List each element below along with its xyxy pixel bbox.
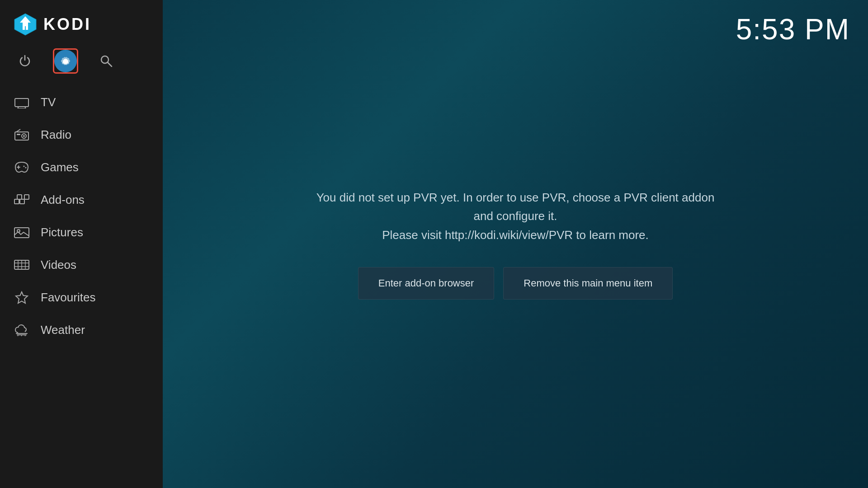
- svg-line-33: [18, 335, 18, 336]
- favourites-icon: [14, 289, 30, 305]
- search-icon: [99, 54, 113, 68]
- app-title: KODI: [43, 15, 91, 34]
- svg-point-14: [23, 135, 25, 137]
- content-area: You did not set up PVR yet. In order to …: [163, 0, 868, 488]
- svg-point-19: [24, 166, 25, 167]
- top-icons: [0, 45, 163, 81]
- tv-icon: [14, 94, 30, 110]
- nav-item-games[interactable]: Games: [0, 151, 163, 183]
- nav-label-favourites: Favourites: [41, 291, 95, 305]
- action-buttons: Enter add-on browser Remove this main me…: [358, 267, 673, 300]
- pictures-icon: [14, 224, 30, 240]
- nav-label-radio: Radio: [41, 128, 71, 142]
- weather-icon: [14, 322, 30, 338]
- nav-label-videos: Videos: [41, 258, 76, 272]
- nav-item-videos[interactable]: Videos: [0, 249, 163, 281]
- svg-rect-3: [26, 26, 28, 30]
- svg-rect-24: [24, 195, 29, 199]
- radio-icon: [14, 127, 30, 143]
- svg-rect-2: [23, 26, 25, 30]
- nav-label-addons: Add-ons: [41, 193, 85, 207]
- clock: 5:53 PM: [736, 13, 850, 46]
- settings-button[interactable]: [54, 50, 77, 72]
- remove-menu-item-button[interactable]: Remove this main menu item: [503, 267, 673, 300]
- pvr-message: You did not set up PVR yet. In order to …: [312, 188, 719, 245]
- svg-point-5: [64, 59, 68, 63]
- pvr-message-text: You did not set up PVR yet. In order to …: [316, 191, 715, 242]
- svg-rect-8: [15, 99, 28, 107]
- nav-label-games: Games: [41, 160, 79, 174]
- nav-item-favourites[interactable]: Favourites: [0, 281, 163, 314]
- settings-icon: [59, 55, 72, 67]
- svg-point-20: [25, 167, 27, 169]
- nav-label-pictures: Pictures: [41, 225, 83, 239]
- search-button[interactable]: [95, 50, 118, 72]
- power-button[interactable]: [14, 50, 36, 72]
- nav-label-tv: TV: [41, 95, 56, 109]
- nav-item-radio[interactable]: Radio: [0, 118, 163, 151]
- svg-line-35: [25, 335, 25, 336]
- power-icon: [18, 54, 32, 68]
- settings-circle: [54, 50, 77, 72]
- svg-rect-21: [14, 199, 19, 204]
- main-content: 5:53 PM You did not set up PVR yet. In o…: [163, 0, 868, 488]
- logo-area: KODI: [0, 0, 163, 45]
- nav-item-tv[interactable]: TV: [0, 86, 163, 118]
- svg-line-34: [21, 335, 22, 336]
- nav-item-weather[interactable]: Weather: [0, 314, 163, 346]
- nav-menu: TV Radio: [0, 81, 163, 488]
- nav-label-weather: Weather: [41, 323, 85, 337]
- games-icon: [14, 159, 30, 175]
- addons-icon: [14, 192, 30, 208]
- svg-rect-22: [20, 199, 24, 204]
- svg-rect-15: [17, 134, 20, 135]
- nav-item-pictures[interactable]: Pictures: [0, 216, 163, 249]
- nav-item-addons[interactable]: Add-ons: [0, 183, 163, 216]
- svg-rect-23: [17, 195, 22, 199]
- sidebar: KODI: [0, 0, 163, 488]
- svg-line-7: [108, 62, 112, 66]
- videos-icon: [14, 257, 30, 273]
- enter-addon-browser-button[interactable]: Enter add-on browser: [358, 267, 495, 300]
- kodi-logo-icon: [14, 13, 37, 36]
